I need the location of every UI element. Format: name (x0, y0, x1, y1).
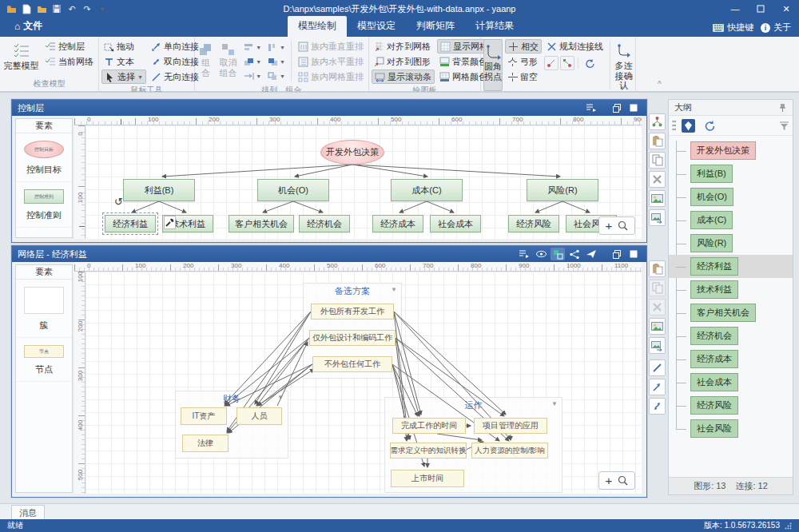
copy-button[interactable] (649, 280, 666, 296)
auto-outline-icon[interactable] (680, 117, 697, 134)
outline-item[interactable]: 开发外包决策 (669, 139, 793, 162)
control-layer-titlebar[interactable]: 控制层 (12, 100, 646, 116)
ungroup-button[interactable]: 取消组合 (217, 39, 240, 84)
full-model-button[interactable]: 完整模型 (2, 39, 40, 77)
network-canvas[interactable]: 备选方案▼ 财务▼ 运作▼ (85, 272, 642, 494)
share-links-icon[interactable] (567, 248, 582, 260)
node-shape-sample[interactable]: 节点 (24, 345, 64, 358)
zoom-in-button[interactable]: + (606, 474, 613, 487)
delete-button[interactable] (649, 171, 666, 188)
drag-handle-icon[interactable] (672, 120, 676, 131)
arc-style-button[interactable]: 弓形 (505, 54, 542, 69)
criteria-node[interactable]: 机会(O) (257, 179, 329, 201)
align-top-dropdown-button[interactable]: ▼ (266, 41, 287, 54)
redo-icon[interactable]: ↷ (81, 3, 93, 14)
new-file-icon[interactable] (21, 3, 32, 14)
cluster-vertical-arrange-button[interactable]: 族内垂直重排 (296, 39, 366, 54)
show-scrollbars-button[interactable]: 显示滚动条 (372, 69, 435, 84)
sub-node-selected[interactable]: 经济利益 (105, 215, 156, 232)
save-icon[interactable] (51, 3, 62, 14)
no-direction-link-button[interactable]: 无向连接 (149, 69, 201, 84)
outline-item[interactable]: 经济成本 (669, 347, 793, 371)
one-way-link-button[interactable]: 单向连接 (149, 39, 201, 54)
outline-item[interactable]: 经济机会 (669, 324, 793, 347)
outline-item[interactable]: 社会风险 (669, 417, 793, 440)
multi-connect-confirm-button[interactable]: 多连接确认 (614, 39, 633, 91)
no-direction-link-tool[interactable] (649, 359, 666, 376)
paste-button[interactable] (649, 133, 666, 149)
plan-connection-lines-button[interactable]: 规划连接线 (544, 39, 606, 54)
alt-node[interactable]: 仅外包设计和编码工作 (309, 330, 396, 346)
titlebar[interactable]: ↶ ↷ ▼ D:\anpx\samples\开发外包\开发外包-with-dat… (0, 0, 799, 18)
connector-endpoint-icon[interactable] (544, 56, 559, 70)
ribbon-collapse-button[interactable]: ^ (654, 79, 666, 89)
criteria-node[interactable]: 成本(C) (391, 179, 463, 201)
operations-node[interactable]: 上市时间 (391, 470, 464, 487)
distribute-dropdown-button[interactable]: ▼ (242, 69, 263, 83)
restore-panel-icon[interactable] (610, 101, 624, 114)
maximize-panel-icon[interactable] (626, 248, 641, 260)
refresh-outline-icon[interactable] (701, 117, 718, 134)
magnifier-icon[interactable] (618, 220, 628, 231)
node-shape-item[interactable]: 节点 节点 (16, 338, 72, 382)
paste-button[interactable] (649, 260, 666, 277)
control-zoom-control[interactable]: + (598, 216, 635, 235)
check-current-network-button[interactable]: 当前网络 (42, 54, 96, 69)
file-menu-button[interactable]: ⌂ 文件 (6, 16, 50, 37)
network-layer-titlebar[interactable]: 网络层 - 经济利益 (12, 246, 646, 262)
two-way-link-button[interactable]: 双向连接 (149, 54, 201, 69)
tree-layout-button[interactable] (649, 113, 666, 130)
minimize-button[interactable]: — (722, 0, 748, 18)
outline-item[interactable]: 经济风险 (669, 394, 793, 417)
send-back-dropdown-button[interactable]: ▼ (266, 55, 287, 69)
sub-node[interactable]: 社会成本 (430, 215, 481, 232)
drag-tool-button[interactable]: 拖动 (101, 39, 146, 54)
pin-icon[interactable] (778, 103, 787, 113)
open-folder-icon[interactable] (36, 3, 47, 14)
operations-node[interactable]: 项目管理的应用 (474, 418, 547, 434)
tab-calc-result[interactable]: 计算结果 (465, 16, 524, 37)
maximize-panel-icon[interactable] (626, 101, 641, 114)
about-button[interactable]: i 关于 (761, 22, 791, 34)
shortcuts-button[interactable]: 快捷键 (713, 22, 753, 34)
same-size-dropdown-button[interactable]: ▼ (266, 69, 287, 83)
outline-item[interactable]: 机会(O) (669, 185, 793, 208)
close-button[interactable]: ✕ (773, 0, 799, 18)
text-tool-button[interactable]: 文本 (101, 54, 146, 69)
cluster-shape-item[interactable]: 簇 (16, 280, 72, 338)
sub-node[interactable]: 经济成本 (372, 215, 423, 232)
delete-button[interactable] (649, 299, 666, 316)
tab-judgment-matrix[interactable]: 判断矩阵 (406, 16, 465, 37)
rounded-corner-button[interactable]: 圆角拐点 (483, 39, 503, 91)
undo-icon[interactable]: ↶ (66, 3, 78, 14)
finance-node[interactable]: 人员 (237, 407, 282, 425)
outline-item[interactable]: 风险(R) (669, 232, 793, 255)
restore-panel-icon[interactable] (610, 248, 624, 260)
gap-style-button[interactable]: 留空 (505, 69, 542, 84)
image-button[interactable] (649, 190, 666, 207)
snap-to-shape-button[interactable]: 对齐到图形 (372, 54, 435, 69)
operations-node[interactable]: 人力资源的控制/影响 (471, 443, 548, 459)
filter-icon[interactable] (779, 121, 789, 130)
finance-node[interactable]: 法律 (182, 435, 229, 452)
group-button[interactable]: 组合 (197, 39, 214, 84)
outline-item[interactable]: 客户相关机会 (669, 301, 793, 324)
cluster-horizontal-arrange-button[interactable]: 族内水平重排 (296, 54, 366, 69)
outline-item[interactable]: 技术利益 (669, 278, 793, 301)
criteria-node[interactable]: 风险(R) (527, 179, 598, 201)
goal-shape-item[interactable]: 控制目标 控制目标 (16, 133, 72, 182)
outline-item[interactable]: 成本(C) (669, 208, 793, 232)
goal-shape-sample[interactable]: 控制目标 (24, 141, 64, 158)
refresh-connections-icon[interactable] (582, 56, 596, 70)
snap-to-grid-button[interactable]: 对齐到网格 (372, 39, 435, 54)
outline-item-selected[interactable]: 经济利益 (669, 255, 793, 278)
zoom-in-button[interactable]: + (606, 219, 613, 232)
tab-model-setting[interactable]: 模型设定 (347, 16, 406, 37)
control-canvas[interactable]: 开发外包决策 利益(B) 机会(O) 成本(C) 风险(R) 经济利益 技术利益… (85, 125, 642, 239)
export-image-button[interactable] (649, 209, 666, 226)
send-to-list-icon[interactable] (584, 101, 598, 114)
send-to-list-icon[interactable] (517, 248, 531, 260)
goal-node[interactable]: 开发外包决策 (320, 140, 384, 165)
outline-item[interactable]: 利益(B) (669, 162, 793, 185)
two-way-link-tool[interactable] (649, 398, 666, 415)
